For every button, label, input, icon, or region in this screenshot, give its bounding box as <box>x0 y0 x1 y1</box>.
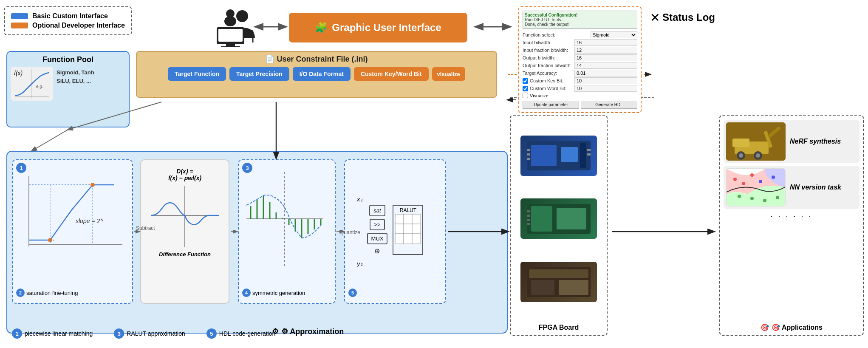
ralut-grid-svg <box>395 214 421 244</box>
target-function-btn[interactable]: Target Function <box>168 67 226 81</box>
visualize-label: Visualize <box>530 93 549 98</box>
approx-text: ⚙ Approximation <box>281 327 344 336</box>
output-bitwidth-field[interactable] <box>574 54 637 61</box>
svg-rect-7 <box>226 44 235 46</box>
svg-point-71 <box>756 153 760 158</box>
io-data-format-btn[interactable]: I/O Data Format <box>293 67 351 81</box>
bottom-step3-text: RALUT approximation <box>127 330 185 337</box>
svg-point-82 <box>763 199 766 202</box>
function-list: Sigmoid, Tanh SiLU, ELU, ... <box>57 67 94 101</box>
custom-word-checkbox[interactable] <box>523 86 528 91</box>
function-select-input[interactable]: Sigmoid <box>591 31 637 38</box>
legend-box: Basic Custom Interface Optional Develope… <box>4 6 132 35</box>
input-bitwidth-field[interactable] <box>574 39 637 46</box>
svg-line-92 <box>32 130 68 151</box>
sat-box: sat <box>369 205 385 216</box>
generate-button[interactable]: Generate HDL <box>581 101 637 109</box>
custom-bit-btn[interactable]: Custom Key/Word Bit <box>354 67 429 81</box>
legend-item-orange: Optional Developer Interface <box>11 22 125 29</box>
input-fraction-row: Input fraction bitwidth: <box>523 47 637 54</box>
svg-rect-58 <box>527 215 530 217</box>
svg-point-4 <box>224 16 236 26</box>
label-step3: 3 RALUT approximation <box>114 328 185 339</box>
arrow-person-to-gui <box>252 20 290 33</box>
legend-label-blue: Basic Custom Interface <box>32 12 108 20</box>
custom-key-checkbox[interactable] <box>523 78 528 84</box>
gui-form-panel: Successful Configuration! Run DIF-LUT To… <box>518 6 642 113</box>
function-pool-title: Function Pool <box>11 55 125 64</box>
svg-rect-8 <box>221 46 240 47</box>
svg-rect-48 <box>580 143 586 168</box>
output-fraction-field[interactable] <box>574 62 637 69</box>
approximation-label: ⚙ ⚙ Approximation <box>272 327 344 336</box>
nn-thumbnail <box>726 168 786 207</box>
step4-circle: 4 <box>242 289 251 297</box>
success-message: Successful Configuration! Run DIF-LUT To… <box>523 11 637 29</box>
svg-rect-51 <box>527 158 530 160</box>
custom-key-field[interactable] <box>574 77 637 84</box>
svg-point-83 <box>776 196 779 199</box>
function-list-text2: SiLU, ELU, ... <box>57 77 94 85</box>
svg-point-80 <box>738 195 741 198</box>
svg-text:slope = 2ᴺ: slope = 2ᴺ <box>76 218 104 224</box>
legend-label-orange: Optional Developer Interface <box>32 22 125 29</box>
step3-circle: 3 <box>242 163 252 173</box>
quantize-label: Quantize <box>340 229 360 235</box>
step2-sublabel: 2 saturation fine-tuning <box>16 289 78 297</box>
step5-circle: 5 <box>348 289 357 297</box>
target-icon: 🎯 <box>761 323 769 331</box>
arrow-gui-to-status <box>472 20 514 35</box>
bottom-step1-circle: 1 <box>12 328 22 339</box>
run-text: Run DIF-LUT Tools... <box>525 17 635 22</box>
gear-icon: ⚙ <box>272 327 279 336</box>
fpga-board-2 <box>520 198 597 239</box>
target-accuracy-label: Target Accuracy: <box>523 71 574 76</box>
ralut-grid-box: RALUT <box>393 205 423 255</box>
custom-word-field[interactable] <box>574 85 637 92</box>
status-log-panel-area: Successful Configuration! Run DIF-LUT To… <box>518 6 858 113</box>
svg-rect-46 <box>531 145 557 166</box>
gui-icon: 🧩 <box>315 22 328 34</box>
constraint-buttons: Target Function Target Precision I/O Dat… <box>141 67 492 81</box>
svg-point-77 <box>750 173 754 177</box>
input-fraction-field[interactable] <box>574 47 637 54</box>
applications-bottom-label: 🎯 🎯 Applications <box>761 323 823 331</box>
nerf-item: NeRF synthesis <box>724 120 860 163</box>
step1-circle: 1 <box>16 163 26 173</box>
update-button[interactable]: Update parameter <box>523 101 579 109</box>
fpga-board-3 <box>520 262 597 302</box>
step2-text: saturation fine-tuning <box>26 290 78 296</box>
svg-rect-63 <box>531 280 554 295</box>
fpga-board-1 <box>520 136 597 176</box>
y1-label: y₁ <box>357 260 363 268</box>
mux-box: MUX <box>367 233 388 244</box>
visualize-row: Visualize <box>523 93 637 98</box>
output-bitwidth-row: Output bitwidth: <box>523 54 637 61</box>
target-precision-btn[interactable]: Target Precision <box>229 67 289 81</box>
fpga-label-area: FPGA Board <box>510 115 608 336</box>
status-log-header: ✕ Status Log <box>650 11 735 25</box>
svg-rect-59 <box>527 219 530 221</box>
bottom-labels-row: 1 piecewise linear matching 3 RALUT appr… <box>12 328 275 339</box>
step3-graph <box>242 168 327 270</box>
bottom-step5-circle: 5 <box>206 328 217 339</box>
visualize-checkbox[interactable] <box>523 93 528 98</box>
svg-rect-56 <box>557 208 586 229</box>
step4-text: symmetric generation <box>252 290 305 296</box>
svg-rect-52 <box>587 149 591 151</box>
visualize-btn[interactable]: visualize <box>432 67 465 81</box>
bottom-step3-circle: 3 <box>114 328 124 339</box>
subtract-label: Subtract <box>136 225 155 231</box>
target-accuracy-row: Target Accuracy: <box>523 70 637 76</box>
nn-label: NN version task <box>790 183 841 192</box>
step1-number: 1 <box>16 163 26 173</box>
legend-color-blue <box>11 13 28 19</box>
function-select-row: Function select: Sigmoid <box>523 31 637 38</box>
diff-title-label: Difference Function <box>159 251 211 257</box>
custom-key-row: Custom Key Bit: <box>523 77 637 84</box>
svg-rect-64 <box>559 280 588 295</box>
legend-item-blue: Basic Custom Interface <box>11 12 125 20</box>
target-accuracy-field[interactable] <box>574 70 637 76</box>
input-bitwidth-row: Input bitwidth: <box>523 39 637 46</box>
shift-box: >> <box>370 219 385 230</box>
